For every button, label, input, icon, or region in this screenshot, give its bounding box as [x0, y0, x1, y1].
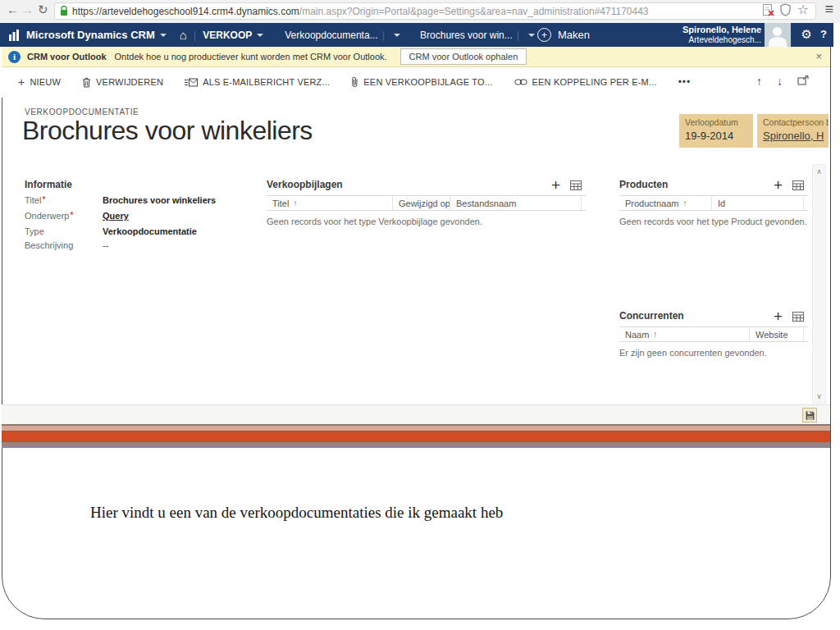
info-row-titel: Titel* Brochures voor winkeliers: [25, 195, 262, 211]
more-commands-button[interactable]: •••: [678, 76, 692, 88]
email-icon: [185, 78, 198, 87]
section-title-producten: Producten: [619, 179, 668, 190]
section-title-verkoopbijlagen: Verkoopbijlagen: [267, 179, 343, 190]
avatar-body: [769, 37, 787, 47]
key-field-label: Verloopdatum: [685, 117, 747, 127]
blocked-popup-icon[interactable]: [762, 3, 774, 21]
column-header[interactable]: Titel↑: [267, 196, 392, 210]
plus-circle-icon: +: [537, 28, 551, 42]
required-icon: *: [42, 195, 45, 204]
sort-ascending-icon: ↑: [682, 199, 687, 208]
column-divider: [803, 196, 804, 210]
paperclip-icon: [351, 76, 358, 88]
vertical-scrollbar[interactable]: ∧ ∨: [812, 164, 826, 404]
open-grid-icon[interactable]: [792, 180, 804, 190]
nav-entity-tab[interactable]: Verkoopdocumenta...: [285, 30, 377, 41]
empty-grid-message: Er zijn geen concurrenten gevonden.: [619, 348, 767, 358]
previous-record-icon[interactable]: ↑: [756, 75, 762, 88]
email-link-label: EEN KOPPELING PER E-M...: [532, 77, 657, 87]
key-field-verloopdatum[interactable]: Verloopdatum 19-9-2014: [679, 114, 753, 148]
empty-grid-message: Geen records voor het type Product gevon…: [619, 217, 807, 226]
plus-icon: +: [18, 76, 25, 88]
next-record-icon[interactable]: ↓: [777, 75, 783, 88]
document-caption: Hier vindt u een van de verkoopdocumenta…: [90, 504, 503, 522]
field-label: Titel*: [25, 195, 45, 205]
nav-record-tab[interactable]: Brochures voor win...: [420, 30, 513, 41]
grid-header-concurrenten: Naam↑ Website: [619, 326, 808, 342]
browser-back-icon[interactable]: ←: [7, 2, 19, 16]
popout-icon[interactable]: [797, 75, 809, 88]
url-host: https://arteveldehogeschool914.crm4.dyna…: [72, 6, 299, 17]
create-button[interactable]: + Maken: [537, 23, 590, 47]
column-divider: [803, 327, 804, 341]
info-icon: i: [8, 51, 21, 63]
nav-area-verkoop[interactable]: VERKOOP: [203, 30, 252, 41]
key-field-contactpersoon[interactable]: Contactpersoon bij v Spironello, H: [757, 114, 829, 148]
add-record-icon[interactable]: +: [774, 308, 783, 324]
form-footer: [2, 404, 830, 424]
field-label: Type: [25, 226, 44, 236]
url-path: /main.aspx?Origin=Portal&page=Settings&a…: [299, 6, 649, 17]
user-info[interactable]: Spironello, Helene Arteveldehogesch...: [682, 25, 761, 45]
delete-label: VERWIJDEREN: [96, 77, 163, 87]
open-grid-icon[interactable]: [792, 312, 804, 322]
key-field-value: 19-9-2014: [685, 130, 747, 142]
key-field-value-link[interactable]: Spironello, H: [763, 130, 823, 142]
open-grid-icon[interactable]: [570, 180, 582, 190]
nav-divider: |: [382, 29, 385, 41]
address-bar[interactable]: https://arteveldehogeschool914.crm4.dyna…: [54, 2, 816, 20]
scroll-up-icon[interactable]: ∧: [813, 167, 825, 176]
add-sales-attachment-button[interactable]: EEN VERKOOPBIJLAGE TO...: [351, 76, 492, 88]
get-outlook-button[interactable]: CRM voor Outlook ophalen: [400, 48, 527, 65]
save-floppy-icon: [806, 411, 815, 420]
add-record-icon[interactable]: +: [551, 177, 560, 193]
chevron-down-icon: [257, 34, 263, 37]
divider-strip: [2, 442, 830, 448]
column-header[interactable]: Naam↑: [619, 327, 749, 341]
bookmark-star-icon[interactable]: ☆: [797, 2, 809, 17]
close-icon[interactable]: ×: [815, 50, 822, 62]
gear-icon[interactable]: ⚙: [801, 27, 812, 42]
section-title-concurrenten: Concurrenten: [619, 310, 684, 322]
field-value: Verkoopdocumentatie: [103, 226, 197, 236]
user-name: Spironello, Helene: [682, 25, 761, 35]
grid-header-producten: Productnaam↑ Id: [619, 195, 808, 211]
scroll-down-icon[interactable]: ∨: [813, 392, 825, 400]
column-header[interactable]: Bestandsnaam: [450, 196, 581, 210]
sort-ascending-icon: ↑: [653, 330, 657, 339]
new-label: NIEUW: [30, 77, 61, 87]
column-header[interactable]: Gewijzigd op: [392, 196, 450, 210]
column-header[interactable]: Id: [711, 196, 803, 210]
browser-forward-icon[interactable]: →: [21, 2, 34, 16]
column-header[interactable]: Productnaam↑: [619, 196, 711, 210]
more-icon: •••: [678, 76, 692, 88]
browser-refresh-icon[interactable]: ↻: [38, 2, 48, 17]
send-email-button[interactable]: ALS E-MAILBERICHT VERZ...: [185, 77, 330, 87]
avatar[interactable]: [765, 23, 791, 47]
empty-grid-message: Geen records voor het type Verkoopbijlag…: [267, 217, 482, 226]
field-label: Onderwerp*: [25, 211, 73, 221]
required-icon: *: [70, 211, 73, 220]
delete-button[interactable]: VERWIJDEREN: [82, 77, 163, 88]
home-icon[interactable]: ⌂: [180, 28, 187, 42]
avatar-head: [773, 27, 782, 36]
notification-message: Ontdek hoe u nog productiever kunt worde…: [115, 52, 387, 62]
field-value-link[interactable]: Query: [103, 211, 129, 221]
link-icon: [514, 79, 527, 85]
shield-icon[interactable]: [780, 3, 791, 20]
sort-ascending-icon: ↑: [293, 199, 297, 208]
new-button[interactable]: + NIEUW: [18, 76, 61, 88]
browser-menu-icon[interactable]: ≡: [824, 1, 833, 18]
crm-brand[interactable]: Microsoft Dynamics CRM: [26, 29, 155, 41]
dynamics-logo: [8, 30, 20, 41]
field-value: --: [103, 240, 108, 250]
key-field-label: Contactpersoon bij v: [763, 117, 823, 127]
email-link-button[interactable]: EEN KOPPELING PER E-M...: [514, 77, 657, 87]
column-header[interactable]: Website: [749, 327, 803, 341]
add-record-icon[interactable]: +: [774, 177, 783, 193]
slide: ← → ↻ https://arteveldehogeschool914.crm…: [0, 0, 840, 630]
save-button[interactable]: [802, 408, 817, 422]
help-icon[interactable]: ?: [820, 28, 827, 40]
info-row-onderwerp: Onderwerp* Query: [25, 211, 262, 226]
field-label: Beschrijving: [25, 240, 73, 250]
